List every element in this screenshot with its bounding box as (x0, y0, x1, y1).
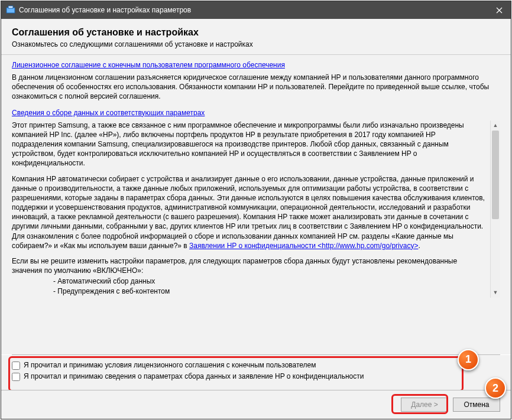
acceptance-area: Я прочитал и принимаю условия лицензионн… (1, 355, 511, 390)
eula-description: В данном лицензионном соглашении разъясн… (12, 73, 500, 102)
defaults-intro: Если вы не решите изменить настройки пар… (12, 256, 485, 275)
accept-privacy-label[interactable]: Я прочитал и принимаю сведения о парамет… (24, 372, 364, 382)
window-title: Соглашения об установке и настройках пар… (19, 6, 487, 14)
bullet-web-alerts: - Предупреждения с веб-контентом (53, 286, 485, 297)
cancel-button[interactable]: Отмена (453, 398, 500, 412)
scroll-thumb[interactable] (492, 131, 499, 219)
accept-privacy-checkbox[interactable] (12, 373, 20, 381)
app-icon (6, 5, 15, 15)
close-button[interactable] (487, 1, 511, 19)
data-collection-link[interactable]: Сведения о сборе данных и соответствующи… (12, 109, 500, 117)
titlebar: Соглашения об установке и настройках пар… (1, 1, 511, 19)
callout-badge-2: 2 (485, 377, 506, 399)
accept-eula-checkbox[interactable] (12, 362, 20, 370)
scroll-up-arrow[interactable]: ▲ (491, 121, 500, 131)
accept-eula-row: Я прочитал и принимаю условия лицензионн… (12, 361, 449, 370)
footer: Далее > Отмена 2 (1, 390, 511, 419)
agreement-scroll-pane: Этот принтер Samsung, а также все связан… (12, 121, 500, 298)
bullet-auto-collect: - Автоматический сбор данных (53, 276, 485, 286)
svg-rect-1 (8, 6, 13, 8)
next-button[interactable]: Далее > (401, 398, 448, 412)
accept-eula-label[interactable]: Я прочитал и принимаю условия лицензионн… (24, 361, 316, 370)
page-title: Соглашения об установке и настройках (12, 27, 500, 38)
content-area: Лицензионное соглашение с конечным польз… (1, 55, 511, 354)
eula-link[interactable]: Лицензионное соглашение с конечным польз… (12, 61, 500, 69)
agreement-para-2: Компания HP автоматически собирает с уст… (12, 174, 485, 251)
header: Соглашения об установке и настройках Озн… (1, 19, 511, 55)
agreement-text: Этот принтер Samsung, а также все связан… (12, 121, 490, 298)
privacy-statement-link[interactable]: Заявлении HP о конфиденциальности <http:… (189, 241, 418, 250)
agreement-para-1: Этот принтер Samsung, а также все связан… (12, 121, 485, 168)
callout-badge-1: 1 (458, 349, 479, 370)
defaults-list: - Автоматический сбор данных - Предупреж… (53, 276, 485, 297)
accept-privacy-row: Я прочитал и принимаю сведения о парамет… (12, 372, 449, 382)
scroll-down-arrow[interactable]: ▼ (491, 288, 500, 298)
page-subtitle: Ознакомьтесь со следующими соглашениями … (12, 40, 500, 48)
vertical-scrollbar[interactable]: ▲ ▼ (490, 121, 500, 298)
